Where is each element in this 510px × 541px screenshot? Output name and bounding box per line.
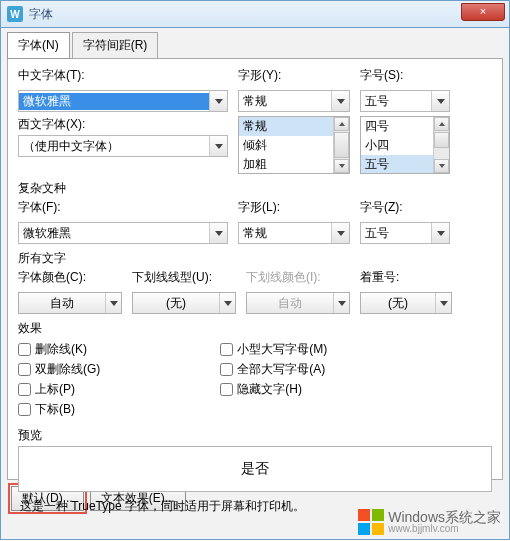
underline-color-value: 自动 — [247, 293, 333, 313]
complex-style-value: 常规 — [239, 225, 331, 242]
subscript-checkbox[interactable]: 下标(B) — [18, 399, 100, 419]
app-icon: W — [7, 6, 23, 22]
western-font-label: 西文字体(X): — [18, 116, 228, 133]
checkbox-input[interactable] — [18, 403, 31, 416]
complex-size-combo[interactable]: 五号 — [360, 222, 450, 244]
font-color-label: 字体颜色(C): — [18, 269, 122, 286]
complex-style-combo[interactable]: 常规 — [238, 222, 350, 244]
emphasis-label: 着重号: — [360, 269, 452, 286]
window-body: 字体(N) 字符间距(R) 中文字体(T): 字形(Y): 字号(S): 微软雅… — [0, 28, 510, 540]
small-caps-checkbox[interactable]: 小型大写字母(M) — [220, 339, 327, 359]
font-style-combo[interactable]: 常规 — [238, 90, 350, 112]
effects-left-column: 删除线(K) 双删除线(G) 上标(P) 下标(B) — [18, 339, 100, 419]
font-panel: 中文字体(T): 字形(Y): 字号(S): 微软雅黑 常规 五号 — [7, 58, 503, 480]
scroll-up-icon[interactable] — [334, 117, 349, 131]
effects-title: 效果 — [18, 320, 492, 337]
chevron-down-icon[interactable] — [105, 293, 121, 313]
font-size-combo[interactable]: 五号 — [360, 90, 450, 112]
chevron-down-icon[interactable] — [219, 293, 235, 313]
hidden-text-checkbox[interactable]: 隐藏文字(H) — [220, 379, 327, 399]
font-size-listbox[interactable]: 四号 小四 五号 — [360, 116, 450, 174]
all-text-title: 所有文字 — [18, 250, 492, 267]
preview-title: 预览 — [18, 427, 492, 444]
list-item[interactable]: 五号 — [361, 155, 433, 174]
checkbox-input[interactable] — [220, 343, 233, 356]
font-style-value: 常规 — [239, 93, 331, 110]
preview-text: 是否 — [241, 460, 269, 478]
checkbox-input[interactable] — [220, 383, 233, 396]
all-caps-checkbox[interactable]: 全部大写字母(A) — [220, 359, 327, 379]
complex-font-combo[interactable]: 微软雅黑 — [18, 222, 228, 244]
underline-color-label: 下划线颜色(I): — [246, 269, 350, 286]
list-item[interactable]: 加粗 — [239, 155, 333, 174]
font-size-label: 字号(S): — [360, 67, 450, 84]
chevron-down-icon[interactable] — [431, 91, 449, 111]
complex-script-title: 复杂文种 — [18, 180, 492, 197]
chinese-font-label: 中文字体(T): — [18, 67, 228, 84]
font-color-value: 自动 — [19, 293, 105, 313]
font-style-label: 字形(Y): — [238, 67, 350, 84]
chinese-font-value: 微软雅黑 — [19, 93, 209, 110]
underline-type-label: 下划线线型(U): — [132, 269, 236, 286]
complex-size-value: 五号 — [361, 225, 431, 242]
scroll-up-icon[interactable] — [434, 117, 449, 131]
complex-font-label: 字体(F): — [18, 199, 228, 216]
chevron-down-icon — [333, 293, 349, 313]
font-style-listbox[interactable]: 常规 倾斜 加粗 — [238, 116, 350, 174]
font-size-value: 五号 — [361, 93, 431, 110]
superscript-checkbox[interactable]: 上标(P) — [18, 379, 100, 399]
underline-type-combo[interactable]: (无) — [132, 292, 236, 314]
chevron-down-icon[interactable] — [331, 91, 349, 111]
scroll-thumb[interactable] — [434, 132, 449, 148]
underline-type-value: (无) — [133, 293, 219, 313]
checkbox-input[interactable] — [18, 363, 31, 376]
tab-strip: 字体(N) 字符间距(R) — [7, 32, 503, 59]
chevron-down-icon[interactable] — [209, 223, 227, 243]
close-button[interactable]: × — [461, 3, 505, 21]
western-font-value: （使用中文字体） — [19, 138, 209, 155]
list-item[interactable]: 小四 — [361, 136, 433, 155]
window-title: 字体 — [29, 6, 53, 23]
watermark: Windows系统之家 www.bjjmlv.com — [358, 509, 501, 535]
scroll-down-icon[interactable] — [434, 159, 449, 173]
checkbox-input[interactable] — [220, 363, 233, 376]
scrollbar[interactable] — [433, 117, 449, 173]
chevron-down-icon[interactable] — [435, 293, 451, 313]
preview-box: 是否 — [18, 446, 492, 492]
chevron-down-icon[interactable] — [209, 136, 227, 156]
list-item[interactable]: 常规 — [239, 117, 333, 136]
tab-char-spacing[interactable]: 字符间距(R) — [72, 32, 159, 59]
chinese-font-combo[interactable]: 微软雅黑 — [18, 90, 228, 112]
list-item[interactable]: 倾斜 — [239, 136, 333, 155]
effects-right-column: 小型大写字母(M) 全部大写字母(A) 隐藏文字(H) — [220, 339, 327, 419]
checkbox-input[interactable] — [18, 383, 31, 396]
chevron-down-icon[interactable] — [331, 223, 349, 243]
checkbox-input[interactable] — [18, 343, 31, 356]
tab-font[interactable]: 字体(N) — [7, 32, 70, 59]
scroll-thumb[interactable] — [334, 132, 349, 158]
title-bar: W 字体 × — [0, 0, 510, 28]
emphasis-value: (无) — [361, 293, 435, 313]
chevron-down-icon[interactable] — [431, 223, 449, 243]
scrollbar[interactable] — [333, 117, 349, 173]
list-item[interactable]: 四号 — [361, 117, 433, 136]
watermark-line2: www.bjjmlv.com — [388, 524, 501, 534]
emphasis-combo[interactable]: (无) — [360, 292, 452, 314]
complex-font-value: 微软雅黑 — [19, 225, 209, 242]
font-color-combo[interactable]: 自动 — [18, 292, 122, 314]
complex-size-label: 字号(Z): — [360, 199, 450, 216]
strikethrough-checkbox[interactable]: 删除线(K) — [18, 339, 100, 359]
chevron-down-icon[interactable] — [209, 91, 227, 111]
scroll-down-icon[interactable] — [334, 159, 349, 173]
complex-style-label: 字形(L): — [238, 199, 350, 216]
double-strikethrough-checkbox[interactable]: 双删除线(G) — [18, 359, 100, 379]
underline-color-combo: 自动 — [246, 292, 350, 314]
watermark-line1: Windows系统之家 — [388, 510, 501, 524]
western-font-combo[interactable]: （使用中文字体） — [18, 135, 228, 157]
windows-logo-icon — [358, 509, 384, 535]
